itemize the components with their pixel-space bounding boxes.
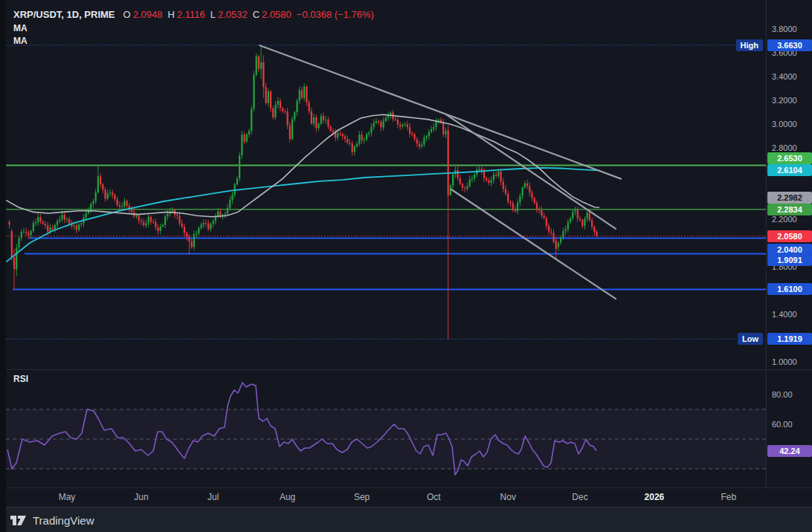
time-tick-Aug[interactable]: Aug [280, 492, 295, 502]
price-axis[interactable]: 3.80003.60003.40003.20003.00002.80002.20… [766, 0, 812, 487]
time-tick-Jul[interactable]: Jul [207, 492, 219, 502]
symbol-title[interactable]: XRP/USDT, 1D, PRIME [13, 9, 115, 20]
time-tick-May[interactable]: May [59, 492, 76, 502]
trendline-1 [260, 45, 621, 179]
change-value: −0.0368 (−1.76%) [297, 9, 374, 20]
horizontal-lines[interactable] [6, 166, 766, 290]
price-badge-2.2834: 2.2834 [767, 204, 812, 215]
open-value: 2.0948 [133, 9, 163, 20]
moving-averages [6, 114, 599, 262]
tradingview-brand-text[interactable]: TradingView [33, 514, 94, 527]
tradingview-chart-window: XRP/USDT, 1D, PRIME O 2.0948 H 2.1116 L … [0, 0, 812, 532]
time-tick-Oct[interactable]: Oct [427, 492, 441, 502]
price-tick: 1.0000 [772, 357, 797, 367]
chart-canvas[interactable] [0, 0, 766, 487]
price-badge-1.1919: 1.1919 [767, 333, 812, 345]
price-badge-1.6100: 1.6100 [767, 283, 812, 295]
ma2-legend[interactable]: MA [13, 36, 28, 46]
high-label: H [167, 9, 174, 20]
price-badge-1.9091: 1.9091 [767, 254, 812, 266]
price-tick: 1.4000 [772, 310, 797, 319]
ma-cyan-line [6, 168, 599, 262]
rsi-value-badge: 42.24 [767, 445, 812, 457]
price-badge-2.0580: 2.0580 [767, 230, 812, 242]
bottom-bar: TradingView [0, 507, 812, 532]
time-tick-Nov[interactable]: Nov [500, 492, 516, 502]
price-badge-2.6530: 2.6530 [767, 152, 812, 164]
time-tick-Feb[interactable]: Feb [721, 492, 737, 502]
close-label: C [253, 9, 260, 20]
highlow-marker-low: Low [738, 333, 763, 345]
low-value: 2.0532 [218, 9, 248, 20]
time-tick-Dec[interactable]: Dec [572, 492, 587, 502]
low-label: L [210, 9, 216, 20]
symbol-legend[interactable]: XRP/USDT, 1D, PRIME O 2.0948 H 2.1116 L … [13, 9, 374, 20]
rsi-band [6, 409, 766, 469]
price-badge-3.6630: 3.6630 [767, 39, 812, 51]
high-value: 2.1116 [177, 9, 205, 20]
candlestick-series [9, 45, 598, 339]
price-badge-2.6104: 2.6104 [767, 164, 812, 176]
time-tick-Jun[interactable]: Jun [134, 492, 148, 502]
time-axis-separator [0, 487, 812, 488]
rsi-tick: 60.00 [772, 420, 793, 429]
open-label: O [123, 9, 131, 20]
price-tick: 2.2000 [772, 215, 797, 224]
price-tick: 3.2000 [772, 96, 797, 106]
tradingview-logo-icon[interactable] [10, 515, 27, 526]
close-value: 2.0580 [262, 9, 291, 20]
rsi-indicator-label[interactable]: RSI [13, 374, 28, 384]
price-tick: 3.4000 [772, 72, 797, 82]
time-axis[interactable]: MayJunJulAugSepOctNovDec2026Feb [0, 488, 812, 507]
rsi-tick: 80.00 [772, 390, 793, 400]
time-tick-Sep[interactable]: Sep [354, 492, 370, 502]
highlow-marker-high: High [736, 39, 763, 51]
price-badge-2.2982: 2.2982 [767, 192, 812, 204]
ma1-legend[interactable]: MA [13, 23, 28, 33]
left-edge-strip [0, 0, 6, 532]
time-tick-2026[interactable]: 2026 [645, 492, 665, 502]
pane-separator[interactable] [0, 369, 812, 370]
price-tick: 3.8000 [772, 25, 797, 34]
trendline-drawings[interactable] [260, 45, 621, 299]
price-tick: 3.0000 [772, 120, 797, 129]
dotted-levels [6, 45, 766, 339]
